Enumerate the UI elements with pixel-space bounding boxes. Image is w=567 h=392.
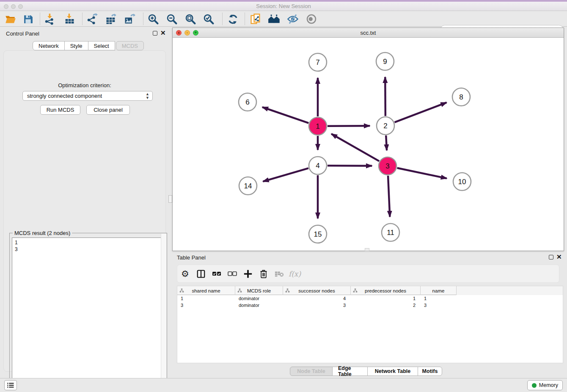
- graph-node-2[interactable]: 2: [377, 117, 394, 135]
- graph-node-15[interactable]: 15: [309, 225, 327, 243]
- cell-name[interactable]: 1: [421, 295, 457, 302]
- graph-edge-2-3[interactable]: [386, 135, 387, 150]
- network-window-title: scc.txt: [173, 30, 564, 36]
- graph-node-10[interactable]: 10: [453, 173, 471, 190]
- deselect-all-icon[interactable]: [224, 268, 240, 280]
- eye-icon[interactable]: [305, 12, 318, 26]
- graph-edge-2-9[interactable]: [385, 77, 385, 116]
- cell-predecessor-nodes[interactable]: 2: [351, 302, 421, 309]
- save-icon[interactable]: [21, 12, 35, 26]
- close-panel-button[interactable]: Close panel: [86, 105, 130, 115]
- tab-mcds[interactable]: MCDS: [116, 41, 144, 50]
- open-folder-icon[interactable]: [3, 12, 17, 26]
- toolbar-separator: [245, 13, 245, 25]
- select-all-icon[interactable]: [209, 268, 224, 280]
- export-network-icon[interactable]: [85, 12, 99, 26]
- mcds-result-textarea[interactable]: 1 3: [12, 237, 165, 392]
- run-mcds-button[interactable]: Run MCDS: [40, 105, 80, 115]
- zoom-in-icon[interactable]: [146, 12, 160, 26]
- column-header-shared-name[interactable]: shared name: [177, 286, 235, 295]
- export-table-icon[interactable]: [104, 12, 118, 26]
- ndex-home-icon[interactable]: [267, 12, 281, 26]
- tab-motifs[interactable]: Motifs: [418, 367, 442, 376]
- result-scrollbar[interactable]: [161, 234, 166, 388]
- column-header-successor-nodes[interactable]: successor nodes: [283, 286, 351, 295]
- horizontal-splitter-grip[interactable]: [365, 248, 369, 251]
- export-image-icon[interactable]: [123, 12, 136, 26]
- tab-edge-table[interactable]: Edge Table: [332, 367, 368, 376]
- import-table-icon[interactable]: [63, 12, 76, 26]
- session-title: Session: New Session: [0, 3, 567, 9]
- graph-node-4[interactable]: 4: [309, 157, 327, 174]
- cell-successor-nodes[interactable]: 3: [283, 302, 351, 309]
- graph-node-11[interactable]: 11: [382, 224, 399, 241]
- network-view-window: x - + scc.txt 1234678910111415: [172, 28, 564, 251]
- tab-network[interactable]: Network: [33, 41, 65, 50]
- network-canvas[interactable]: 1234678910111415: [173, 38, 564, 251]
- column-header-name[interactable]: name: [421, 286, 457, 295]
- toolbar-separator: [222, 13, 223, 25]
- graph-node-8[interactable]: 8: [452, 88, 470, 106]
- tab-node-table[interactable]: Node Table: [290, 367, 333, 376]
- graph-edge-4-14[interactable]: [263, 168, 308, 181]
- close-panel-icon[interactable]: ✕: [160, 30, 166, 36]
- zoom-fit-icon[interactable]: [184, 12, 197, 26]
- mcds-panel-body: Optimization criterion: strongly connect…: [3, 50, 166, 372]
- column-type-icon: [285, 288, 290, 293]
- column-header-mcds-role[interactable]: MCDS role: [235, 286, 283, 295]
- tab-style[interactable]: Style: [64, 41, 88, 50]
- column-header-filler: [457, 286, 563, 295]
- eye-slash-icon[interactable]: [286, 12, 300, 26]
- delete-table-icon[interactable]: [271, 268, 287, 280]
- clone-network-icon[interactable]: [249, 12, 262, 26]
- cell-successor-nodes[interactable]: 4: [283, 295, 351, 302]
- graph-edge-3-1[interactable]: [331, 134, 379, 161]
- zoom-out-icon[interactable]: [165, 12, 179, 26]
- graph-node-9[interactable]: 9: [376, 52, 394, 70]
- gear-icon[interactable]: ⚙: [177, 268, 193, 280]
- optimization-criterion-dropdown[interactable]: strongly connected component ▲▼: [22, 91, 153, 101]
- graph-edge-1-6[interactable]: [262, 107, 308, 123]
- cell-shared-name[interactable]: 3: [177, 302, 235, 309]
- cell-name[interactable]: 3: [421, 302, 457, 309]
- task-history-button[interactable]: [4, 380, 17, 390]
- tab-network-table[interactable]: Network Table: [367, 367, 418, 376]
- cell-mcds-role[interactable]: dominator: [235, 295, 283, 302]
- column-header-predecessor-nodes[interactable]: predecessor nodes: [351, 286, 421, 295]
- cell-shared-name[interactable]: 1: [177, 295, 235, 302]
- memory-status-icon: [532, 383, 537, 388]
- graph-edge-2-8[interactable]: [395, 102, 447, 122]
- graph-edge-1-2[interactable]: [328, 126, 370, 126]
- graph-node-7[interactable]: 7: [309, 53, 327, 71]
- tab-select[interactable]: Select: [88, 41, 115, 50]
- close-table-panel-icon[interactable]: ✕: [556, 254, 562, 259]
- graph-node-3[interactable]: 3: [379, 157, 396, 175]
- graph-edge-3-10[interactable]: [397, 168, 447, 179]
- titlebar: Session: New Session: [0, 0, 567, 11]
- delete-column-icon[interactable]: [256, 268, 271, 280]
- graph-node-14[interactable]: 14: [239, 177, 257, 195]
- cell-mcds-role[interactable]: dominator: [235, 302, 283, 309]
- refresh-layout-icon[interactable]: [226, 12, 239, 26]
- vertical-splitter-grip[interactable]: [168, 195, 172, 203]
- zoom-selected-icon[interactable]: [202, 12, 215, 26]
- import-network-icon[interactable]: [43, 12, 57, 26]
- svg-text:14: 14: [244, 182, 252, 190]
- graph-node-6[interactable]: 6: [239, 93, 256, 111]
- graph-node-1[interactable]: 1: [309, 117, 327, 135]
- svg-text:4: 4: [316, 162, 319, 170]
- graph-edge-3-11[interactable]: [388, 176, 390, 217]
- column-type-icon: [179, 288, 184, 293]
- toolbar-separator: [143, 13, 143, 25]
- float-table-panel-icon[interactable]: [549, 255, 553, 259]
- table-row[interactable]: 3 dominator 3 2 3: [177, 302, 563, 309]
- table-row[interactable]: 1 dominator 4 1 1: [177, 295, 563, 302]
- add-column-icon[interactable]: [240, 268, 256, 280]
- network-window-titlebar[interactable]: x - + scc.txt: [173, 28, 564, 38]
- function-builder-icon[interactable]: f(x): [287, 268, 303, 280]
- memory-button[interactable]: Memory: [527, 380, 563, 390]
- float-panel-icon[interactable]: [153, 31, 157, 36]
- columns-icon[interactable]: [193, 268, 209, 280]
- cell-predecessor-nodes[interactable]: 1: [351, 295, 421, 302]
- graph-edge-4-3[interactable]: [328, 166, 372, 166]
